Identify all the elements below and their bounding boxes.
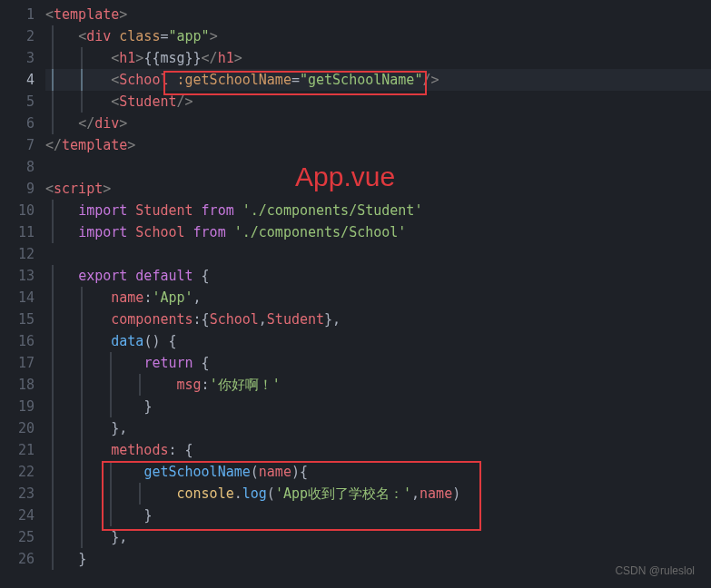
code-token: School: [119, 72, 168, 88]
code-line[interactable]: import Student from './components/Studen…: [45, 200, 711, 221]
indent-guide: [52, 330, 54, 352]
code-line[interactable]: <Student/>: [45, 91, 711, 113]
indent-guide: [52, 265, 54, 287]
code-token: ): [452, 485, 460, 502]
code-line[interactable]: components:{School,Student},: [45, 309, 711, 330]
code-token: ,: [193, 289, 202, 306]
code-token: School: [210, 311, 259, 328]
code-line[interactable]: msg:'你好啊！': [45, 374, 711, 396]
code-line[interactable]: return {: [45, 352, 711, 374]
indent-guide: [81, 352, 83, 374]
indent-guide: [110, 374, 112, 396]
code-line[interactable]: }: [45, 396, 711, 417]
watermark: CSDN @ruleslol: [615, 564, 695, 577]
line-number: 12: [7, 243, 35, 265]
code-content[interactable]: <template> <div class="app"> <h1>{{msg}}…: [45, 0, 711, 588]
code-token: : {: [168, 442, 193, 458]
code-token: [226, 224, 234, 240]
indent-guide: [52, 526, 54, 548]
code-token: [193, 355, 202, 371]
line-number: 18: [7, 374, 35, 396]
code-line[interactable]: import School from './components/School': [45, 221, 711, 243]
indent-guide: [81, 91, 83, 113]
code-line[interactable]: },: [45, 526, 711, 548]
indent-guide: [81, 461, 83, 483]
code-token: data: [111, 333, 143, 349]
line-number: 26: [7, 548, 35, 570]
line-number: 7: [7, 134, 35, 156]
line-number: 19: [7, 396, 35, 417]
indent-guide: [52, 417, 54, 439]
code-token: script: [54, 181, 103, 197]
indent-guide: [110, 396, 112, 417]
indent-guide: [52, 309, 54, 330]
indent-guide: [81, 69, 83, 91]
code-line[interactable]: <School :getSchoolName="getSchoolName"/>: [45, 69, 711, 91]
code-token: :{: [193, 311, 210, 328]
code-line[interactable]: <template>: [45, 4, 711, 25]
code-token: Student: [135, 202, 193, 219]
indent-guide: [81, 505, 83, 526]
code-token: :getSchoolName: [177, 72, 291, 88]
line-number: 21: [7, 439, 35, 461]
code-token: methods: [111, 442, 168, 458]
code-token: [234, 202, 242, 219]
code-token: </: [78, 115, 94, 132]
indent-guide: [81, 47, 83, 69]
code-line[interactable]: }: [45, 548, 711, 570]
indent-guide: [52, 374, 54, 396]
code-line[interactable]: },: [45, 417, 711, 439]
code-line[interactable]: </template>: [45, 134, 711, 156]
code-token: h1: [119, 50, 135, 66]
line-number: 24: [7, 505, 35, 526]
code-token: log: [242, 485, 267, 502]
line-number: 15: [7, 309, 35, 330]
indent-guide: [81, 483, 83, 505]
code-token: >: [119, 6, 127, 23]
code-token: from: [193, 224, 226, 240]
code-line[interactable]: console.log('App收到了学校名：',name): [45, 483, 711, 505]
code-line[interactable]: }: [45, 505, 711, 526]
indent-guide: [52, 396, 54, 417]
indent-guide: [52, 113, 54, 134]
code-token: School: [135, 224, 184, 240]
code-line[interactable]: <div class="app">: [45, 25, 711, 47]
indent-guide: [139, 374, 141, 396]
code-token: msg: [177, 377, 202, 393]
indent-guide: [81, 287, 83, 309]
code-token: 'App收到了学校名：': [275, 485, 411, 502]
code-token: default: [135, 268, 193, 284]
code-line[interactable]: name:'App',: [45, 287, 711, 309]
indent-guide: [52, 69, 54, 91]
code-line[interactable]: export default {: [45, 265, 711, 287]
code-token: {{msg}}: [143, 50, 201, 66]
code-token: 'App': [152, 289, 193, 306]
code-token: }: [78, 551, 86, 567]
line-number: 1: [7, 4, 35, 25]
code-line[interactable]: </div>: [45, 113, 711, 134]
code-line[interactable]: getSchoolName(name){: [45, 461, 711, 483]
indent-guide: [52, 461, 54, 483]
code-token: name: [420, 485, 452, 502]
code-token: export: [78, 268, 127, 284]
indent-guide: [81, 374, 83, 396]
code-line[interactable]: methods: {: [45, 439, 711, 461]
code-line[interactable]: [45, 243, 711, 265]
code-line[interactable]: data() {: [45, 330, 711, 352]
code-token: Student: [119, 93, 176, 110]
indent-guide: [52, 352, 54, 374]
code-token: h1: [218, 50, 234, 66]
indent-guide: [110, 505, 112, 526]
line-number: 25: [7, 526, 35, 548]
code-token: >: [119, 115, 127, 132]
code-token: class: [119, 28, 160, 44]
code-token: name: [259, 464, 291, 480]
indent-guide: [139, 483, 141, 505]
code-token: .: [234, 485, 242, 502]
code-token: <: [111, 93, 119, 110]
code-line[interactable]: <h1>{{msg}}</h1>: [45, 47, 711, 69]
line-number: 5: [7, 91, 35, 113]
indent-guide: [52, 91, 54, 113]
line-number-gutter: 1234567891011121314151617181920212223242…: [0, 0, 45, 588]
line-number: 16: [7, 330, 35, 352]
